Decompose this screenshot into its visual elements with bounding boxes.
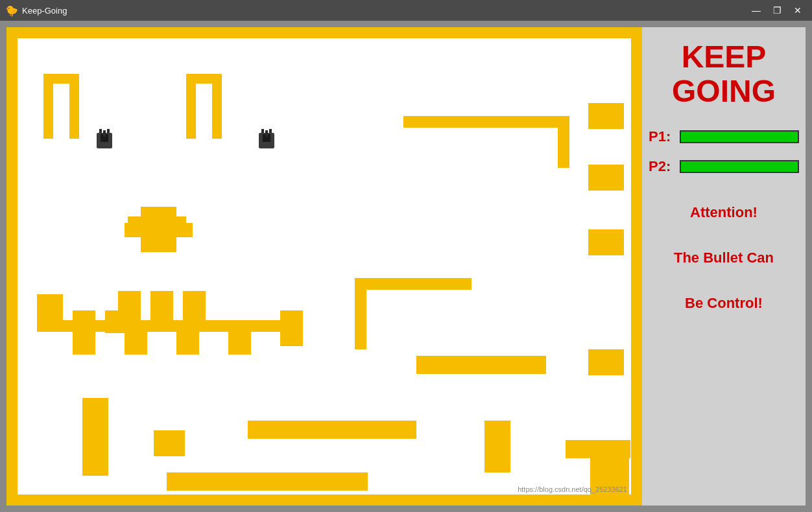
- tank-p1: [95, 129, 113, 152]
- game-canvas: [18, 38, 631, 495]
- p1-health-fill: [681, 132, 798, 142]
- wall: [566, 440, 630, 458]
- wall: [183, 291, 206, 323]
- wall: [37, 294, 63, 320]
- wall: [416, 356, 546, 374]
- close-button[interactable]: ✕: [789, 3, 807, 17]
- p1-row: P1:: [649, 128, 799, 145]
- wall: [280, 310, 303, 346]
- wall: [212, 74, 222, 139]
- p1-label: P1:: [649, 128, 675, 145]
- wall: [403, 116, 569, 128]
- wall: [43, 74, 53, 139]
- wall: [125, 223, 193, 237]
- wall: [118, 291, 141, 323]
- wall: [125, 332, 147, 355]
- maximize-button[interactable]: ❐: [768, 3, 786, 17]
- svg-rect-9: [265, 130, 268, 137]
- wall: [186, 74, 196, 139]
- game-title: KEEP GOING: [672, 40, 776, 109]
- main-container: https://blog.csdn.net/qq_25233621 KEEP G…: [0, 21, 812, 512]
- p2-label: P2:: [649, 158, 675, 175]
- minimize-button[interactable]: —: [747, 3, 765, 17]
- wall: [588, 103, 624, 129]
- titlebar: 🐤 Keep-Going — ❐ ✕: [0, 0, 812, 21]
- wall: [167, 472, 368, 491]
- wall: [176, 332, 199, 355]
- wall: [248, 421, 416, 439]
- p1-health-bar: [680, 130, 799, 143]
- p2-health-fill: [681, 161, 798, 172]
- titlebar-left: 🐤 Keep-Going: [5, 5, 67, 17]
- wall: [590, 458, 629, 504]
- sidebar: KEEP GOING P1: P2: Attention! The Bullet…: [642, 27, 806, 506]
- wall: [73, 332, 95, 355]
- wall: [484, 421, 510, 472]
- wall: [82, 398, 108, 476]
- app-icon: 🐤: [5, 5, 18, 17]
- window-controls: — ❐ ✕: [747, 3, 807, 17]
- attention-text: Attention! The Bullet Can Be Control!: [674, 201, 774, 315]
- wall: [588, 165, 624, 191]
- p2-row: P2:: [649, 158, 799, 175]
- wall: [558, 116, 569, 168]
- p2-health-bar: [680, 160, 799, 173]
- game-area: https://blog.csdn.net/qq_25233621: [6, 27, 642, 506]
- wall: [355, 278, 472, 290]
- watermark: https://blog.csdn.net/qq_25233621: [518, 485, 627, 493]
- wall: [588, 349, 624, 375]
- wall: [588, 229, 624, 255]
- svg-rect-4: [103, 130, 106, 137]
- wall: [228, 332, 251, 355]
- wall: [154, 430, 185, 456]
- app-title: Keep-Going: [22, 6, 67, 16]
- wall: [150, 291, 173, 323]
- tank-p2: [257, 129, 276, 152]
- wall: [69, 74, 79, 139]
